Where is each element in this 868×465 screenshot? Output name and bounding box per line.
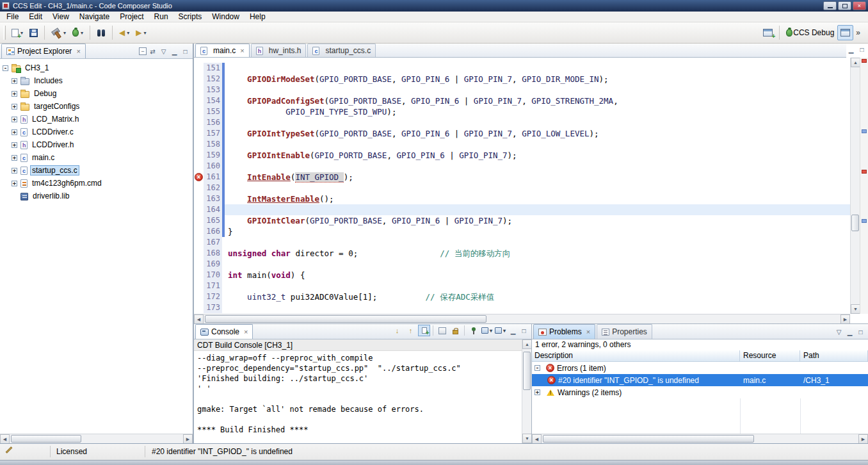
annotation-ruler-cell[interactable] xyxy=(194,193,204,204)
debug-dropdown-button[interactable]: ▾ xyxy=(69,25,86,40)
tree-item-tm4c123gh6pm-cmd[interactable]: +tm4c123gh6pm.cmd xyxy=(0,177,193,190)
code-text[interactable]: unsigned char director = 0; // 当前的移动方向 xyxy=(225,248,850,259)
overview-error-marker[interactable] xyxy=(862,59,867,63)
scroll-right-icon[interactable]: ▶ xyxy=(840,314,850,324)
annotation-ruler-cell[interactable] xyxy=(194,204,204,215)
code-text[interactable] xyxy=(225,237,850,248)
tree-item-ch3-1[interactable]: -CH3_1 xyxy=(0,61,193,74)
annotation-ruler-cell[interactable] xyxy=(194,183,204,193)
overview-info-marker[interactable] xyxy=(862,129,867,133)
annotation-ruler-cell[interactable] xyxy=(194,95,204,106)
overview-ruler[interactable] xyxy=(860,58,868,314)
view-menu-icon[interactable]: ▽ xyxy=(159,47,168,56)
console-output[interactable]: --diag_wrap=off --preproc_with_compile--… xyxy=(194,351,522,443)
ccs-edit-perspective-button[interactable] xyxy=(837,25,853,40)
overview-info-marker[interactable] xyxy=(862,219,867,223)
annotation-ruler-cell[interactable] xyxy=(194,248,204,259)
code-text[interactable] xyxy=(225,63,850,74)
scroll-down-icon[interactable]: ▼ xyxy=(522,434,532,443)
maximize-button[interactable] xyxy=(838,1,851,10)
title-bar[interactable]: CCS Edit - CH3_1/main.c - Code Composer … xyxy=(0,0,868,12)
annotation-ruler-cell[interactable] xyxy=(194,106,204,117)
code-text[interactable]: GPIOIntTypeSet(GPIO_PORTD_BASE, GPIO_PIN… xyxy=(225,128,850,139)
scrollbar-track[interactable] xyxy=(10,434,183,443)
code-text[interactable] xyxy=(225,85,850,95)
tree-item-includes[interactable]: +Includes xyxy=(0,74,193,87)
toolbar-drag-handle[interactable] xyxy=(3,26,6,40)
group-expander-icon[interactable]: - xyxy=(534,365,540,371)
back-dropdown-button[interactable]: ◀ ▾ xyxy=(116,25,133,40)
new-dropdown-button[interactable]: ▾ xyxy=(8,25,26,40)
console-vscrollbar[interactable]: ▲ ▼ xyxy=(522,339,531,443)
annotation-ruler-cell[interactable] xyxy=(194,259,204,270)
problems-group-row[interactable]: +Warnings (2 items) xyxy=(532,386,868,398)
console-show-error-toggle[interactable] xyxy=(418,325,430,336)
editor-tab-hw-ints-h[interactable]: hw_ints.h xyxy=(251,44,307,57)
tree-expander-icon[interactable]: + xyxy=(12,117,17,122)
annotation-ruler-cell[interactable] xyxy=(194,139,204,150)
scrollbar-track[interactable] xyxy=(851,67,860,304)
tree-item-targetconfigs[interactable]: +targetConfigs xyxy=(0,100,193,113)
close-console-tab-icon[interactable]: × xyxy=(244,328,248,336)
annotation-ruler-cell[interactable] xyxy=(194,150,204,161)
close-problems-tab-icon[interactable]: × xyxy=(586,328,590,336)
code-area[interactable]: 151152 GPIODirModeSet(GPIO_PORTD_BASE, G… xyxy=(194,58,850,314)
tree-item-driverlib-lib[interactable]: driverlib.lib xyxy=(0,190,193,202)
problems-item-row[interactable]: #20 identifier "INT_GPIOD_" is undefined… xyxy=(532,374,868,386)
tree-item-lcd-matrix-h[interactable]: +LCD_Matrix.h xyxy=(0,113,193,126)
scrollbar-track[interactable] xyxy=(204,314,840,323)
menu-item-view[interactable]: View xyxy=(47,12,74,22)
tree-expander-icon[interactable]: - xyxy=(3,65,8,71)
display-console-dropdown[interactable]: ▾ xyxy=(481,325,493,336)
code-text[interactable]: uint32_t pui32ADC0Value[1]; // 保存ADC采样值 xyxy=(225,291,850,302)
console-previous-error-icon[interactable]: ↑ xyxy=(405,325,417,336)
code-text[interactable]: IntEnable(INT_GPIOD_); xyxy=(225,172,850,183)
code-text[interactable] xyxy=(225,302,850,313)
close-button[interactable]: × xyxy=(853,1,866,10)
code-text[interactable] xyxy=(225,117,850,128)
code-text[interactable]: GPIOIntEnable(GPIO_PORTD_BASE, GPIO_PIN_… xyxy=(225,150,850,161)
open-console-dropdown[interactable]: ▾ xyxy=(494,325,506,336)
tree-expander-icon[interactable]: + xyxy=(12,78,17,84)
tree-expander-icon[interactable]: + xyxy=(12,142,17,148)
scrollbar-track[interactable] xyxy=(542,434,858,443)
open-perspective-button[interactable] xyxy=(760,25,776,40)
code-text[interactable] xyxy=(225,139,850,150)
tree-item-debug[interactable]: +Debug xyxy=(0,87,193,100)
annotation-ruler-cell[interactable] xyxy=(194,172,204,183)
scroll-left-icon[interactable]: ◀ xyxy=(0,434,10,444)
group-expander-icon[interactable]: + xyxy=(534,389,540,395)
console-minimize-icon[interactable]: ▁ xyxy=(508,326,518,335)
ccs-debug-perspective-button[interactable]: CCS Debug xyxy=(783,25,837,40)
code-text[interactable]: GPIODirModeSet(GPIO_PORTD_BASE, GPIO_PIN… xyxy=(225,74,850,85)
annotation-ruler-cell[interactable] xyxy=(194,117,204,128)
problems-maximize-icon[interactable]: □ xyxy=(856,327,865,336)
tree-item-lcddriver-h[interactable]: +LCDDriver.h xyxy=(0,138,193,151)
menu-item-scripts[interactable]: Scripts xyxy=(173,12,207,22)
code-text[interactable]: IntMasterEnable(); xyxy=(225,193,850,204)
menu-item-help[interactable]: Help xyxy=(245,12,271,22)
tree-expander-icon[interactable]: + xyxy=(12,181,17,186)
editor-tab-startup-ccs-c[interactable]: startup_ccs.c xyxy=(307,44,376,57)
scroll-right-icon[interactable]: ▶ xyxy=(183,434,193,444)
scrollbar-thumb[interactable] xyxy=(523,352,531,390)
tree-expander-icon[interactable]: + xyxy=(12,168,17,174)
annotation-ruler-cell[interactable] xyxy=(194,270,204,281)
code-text[interactable] xyxy=(225,204,850,215)
problems-minimize-icon[interactable]: ▁ xyxy=(845,327,855,336)
menu-item-run[interactable]: Run xyxy=(149,12,173,22)
overview-error-marker[interactable] xyxy=(862,170,867,174)
code-text[interactable] xyxy=(225,281,850,291)
annotation-ruler-cell[interactable] xyxy=(194,226,204,237)
collapse-all-icon[interactable]: − xyxy=(139,47,147,55)
tree-item-startup-ccs-c[interactable]: +startup_ccs.c xyxy=(0,164,193,177)
menu-item-project[interactable]: Project xyxy=(115,12,149,22)
tree-expander-icon[interactable]: + xyxy=(12,129,17,135)
pin-console-icon[interactable] xyxy=(467,325,479,336)
scrollbar-track[interactable] xyxy=(522,349,531,434)
annotation-ruler-cell[interactable] xyxy=(194,63,204,74)
scroll-up-icon[interactable]: ▲ xyxy=(522,339,532,349)
tree-item-lcddriver-c[interactable]: +LCDDriver.c xyxy=(0,126,193,138)
scroll-right-icon[interactable]: ▶ xyxy=(858,434,868,444)
code-text[interactable]: GPIOPadConfigSet(GPIO_PORTD_BASE, GPIO_P… xyxy=(225,95,850,106)
